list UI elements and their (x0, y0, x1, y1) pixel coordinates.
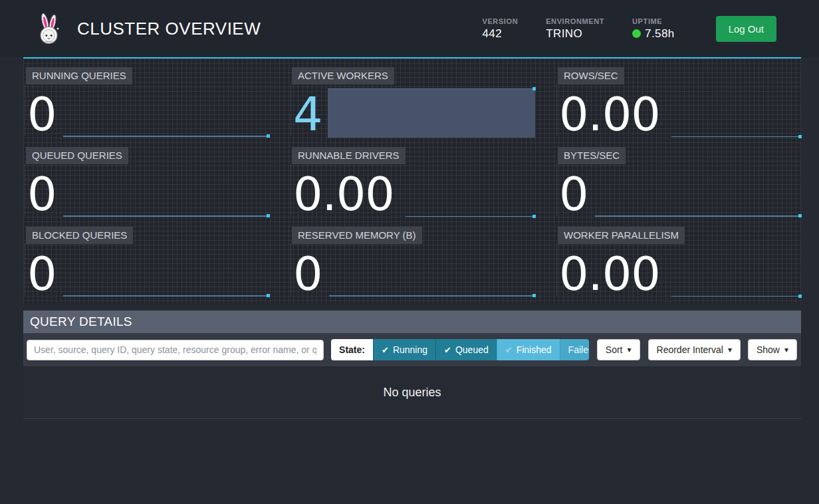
state-filter-finished-label: Finished (517, 344, 552, 355)
sort-dropdown-button[interactable]: Sort ▾ (597, 339, 640, 360)
stat-label: BYTES/SEC (558, 147, 626, 164)
sparkline-axis (556, 243, 557, 296)
sparkline-dot-icon (267, 134, 270, 138)
header-meta: VERSION 442 ENVIRONMENT TRINO UPTIME 7.5… (482, 16, 776, 42)
version-label: VERSION (482, 17, 518, 25)
check-icon: ✔ (382, 345, 389, 355)
sparkline-dot-icon (532, 294, 536, 297)
stat-label: ROWS/SEC (558, 67, 624, 84)
reorder-interval-dropdown-button[interactable]: Reorder Interval ▾ (648, 339, 741, 360)
sparkline-axis (291, 164, 291, 216)
sparkline-area (328, 88, 535, 138)
state-filter-label: State: (331, 339, 373, 360)
sort-button-label: Sort (606, 344, 623, 355)
caret-down-icon: ▾ (728, 346, 732, 354)
stat-card-blocked-queries: BLOCKED QUERIES 0 (23, 219, 269, 299)
uptime-text: 7.58h (645, 27, 675, 41)
query-details-section: QUERY DETAILS State: ✔ Running ✔ Queued … (23, 311, 801, 419)
stat-label: RUNNABLE DRIVERS (292, 147, 406, 164)
state-filter-running[interactable]: ✔ Running (373, 339, 435, 360)
sparkline-dot-icon (267, 214, 270, 217)
stat-value: 0 (293, 251, 322, 297)
sparkline (63, 295, 269, 297)
stat-value: 0.00 (559, 251, 660, 297)
state-filter-failed-label: Failed (568, 344, 589, 355)
sparkline (671, 296, 801, 297)
app-header: CLUSTER OVERVIEW VERSION 442 ENVIRONMENT… (0, 0, 819, 57)
sparkline (63, 215, 269, 217)
sparkline-dot-icon (798, 295, 802, 298)
sparkline-dot-icon (532, 87, 536, 90)
sparkline-dot-icon (267, 294, 270, 297)
state-filter-failed-dropdown[interactable]: Failed ▾ (560, 339, 589, 360)
show-dropdown-button[interactable]: Show ▾ (748, 339, 797, 360)
stat-value: 4 (293, 91, 322, 138)
sparkline (406, 216, 535, 217)
state-filter-finished[interactable]: ✔ Finished (497, 339, 560, 360)
sparkline-axis (556, 164, 557, 216)
stat-value: 0.00 (559, 91, 660, 138)
version-value: 442 (482, 27, 518, 41)
sparkline-dot-icon (532, 215, 536, 218)
trino-bunny-logo (36, 12, 62, 45)
stat-card-running-queries: RUNNING QUERIES 0 (23, 60, 269, 140)
sparkline (595, 215, 801, 217)
state-filter-running-label: Running (393, 344, 427, 355)
sparkline-axis (291, 84, 291, 136)
query-filter-toolbar: State: ✔ Running ✔ Queued ✔ Finished Fai… (23, 333, 801, 366)
stat-value: 0 (27, 91, 57, 138)
sparkline-axis (25, 84, 25, 136)
uptime-label: UPTIME (632, 17, 675, 25)
stat-value: 0.00 (293, 171, 394, 217)
sparkline-dot-icon (798, 135, 802, 138)
page-title: CLUSTER OVERVIEW (77, 19, 261, 39)
stat-label: BLOCKED QUERIES (26, 227, 133, 244)
uptime-block: UPTIME 7.58h (632, 17, 675, 41)
stat-card-rows-per-sec: ROWS/SEC 0.00 (555, 60, 801, 140)
stat-label: RUNNING QUERIES (26, 67, 132, 84)
stat-card-bytes-per-sec: BYTES/SEC 0 (555, 140, 801, 219)
sparkline-dot-icon (798, 214, 802, 217)
environment-label: ENVIRONMENT (546, 17, 604, 25)
stat-card-reserved-memory: RESERVED MEMORY (B) 0 (289, 219, 535, 299)
stat-label: RESERVED MEMORY (B) (292, 227, 422, 244)
uptime-value: 7.58h (632, 27, 675, 41)
stat-card-worker-parallelism: WORKER PARALLELISM 0.00 (555, 219, 801, 299)
state-filter-group: State: ✔ Running ✔ Queued ✔ Finished Fai… (331, 339, 589, 360)
environment-value: TRINO (546, 27, 604, 41)
stat-value: 0 (27, 251, 57, 297)
sparkline-axis (25, 243, 25, 296)
sparkline (63, 136, 269, 137)
check-icon: ✔ (505, 345, 513, 355)
version-block: VERSION 442 (482, 17, 518, 41)
sparkline-axis (291, 243, 291, 296)
stat-card-runnable-drivers: RUNNABLE DRIVERS 0.00 (289, 140, 535, 219)
query-search-input[interactable] (27, 340, 324, 360)
reorder-interval-button-label: Reorder Interval (657, 344, 723, 355)
query-details-header: QUERY DETAILS (23, 311, 801, 333)
environment-block: ENVIRONMENT TRINO (546, 17, 604, 41)
stat-card-active-workers: ACTIVE WORKERS 4 (289, 60, 535, 140)
stat-value: 0 (559, 171, 588, 217)
sparkline-axis (556, 84, 557, 136)
sparkline (329, 295, 535, 297)
caret-down-icon: ▾ (627, 346, 631, 354)
uptime-status-dot-icon (632, 29, 641, 38)
state-filter-queued-label: Queued (455, 344, 489, 355)
empty-queries-message: No queries (23, 366, 801, 419)
stat-label: WORKER PARALLELISM (558, 227, 685, 244)
sparkline (671, 136, 801, 137)
stat-label: ACTIVE WORKERS (292, 67, 394, 84)
logout-button[interactable]: Log Out (716, 16, 776, 42)
sparkline-axis (25, 164, 25, 216)
caret-down-icon: ▾ (784, 346, 788, 354)
stat-label: QUEUED QUERIES (26, 147, 128, 164)
check-icon: ✔ (444, 345, 451, 355)
show-button-label: Show (757, 344, 780, 355)
state-filter-queued[interactable]: ✔ Queued (435, 339, 497, 360)
stat-card-queued-queries: QUEUED QUERIES 0 (23, 140, 269, 219)
stat-value: 0 (27, 171, 57, 217)
cluster-stats-panel: RUNNING QUERIES 0 ACTIVE WORKERS 4 ROWS/… (23, 57, 801, 303)
